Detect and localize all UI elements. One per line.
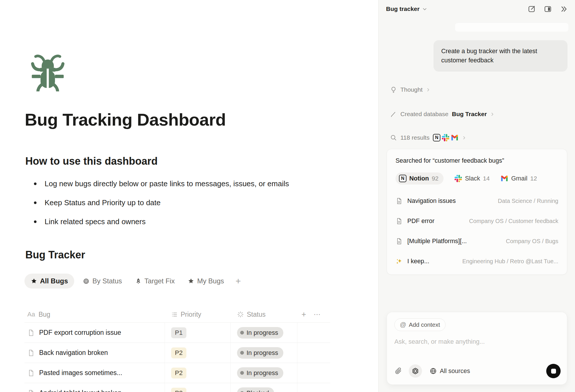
column-header-bug[interactable]: Aa Bug [24,311,165,318]
howto-bullets: Log new bugs directly below or paste lin… [25,174,365,231]
table-header-actions: + ⋯ [297,310,330,319]
table-row-clipped[interactable]: Android tablet layout broken P2 Blocked [24,383,330,392]
star-icon [31,278,37,284]
source-logos: N [433,134,459,142]
bullet-item: Log new bugs directly below or paste lin… [25,174,365,193]
status-tag[interactable]: In progress [237,347,283,359]
notion-logo-icon: N [399,175,406,182]
bug-title[interactable]: Android tablet layout broken [39,389,121,392]
loading-skeleton [455,23,568,32]
search-results-card: Searched for “customer feedback bugs” N … [387,149,567,275]
search-result-row[interactable]: Navigation issues Data Science / Running [396,191,558,211]
user-message-bubble: Create a bug tracker with the latest cus… [433,40,568,72]
view-tabs: All Bugs By Status Target Fix My Bugs + [24,274,244,289]
new-chat-icon[interactable] [527,5,536,13]
add-context-button[interactable]: @ Add context [394,318,446,331]
chip-notion[interactable]: N Notion 92 [396,172,444,185]
search-result-row[interactable]: I keep... Engineering Hub / Retro @Last … [396,251,558,271]
chat-input[interactable]: Ask, search, or make anything... [394,338,559,345]
priority-tag[interactable]: P1 [171,327,186,338]
priority-tag[interactable]: P2 [171,388,186,392]
collapse-panel-icon[interactable] [559,5,568,13]
lightbulb-icon [390,86,397,93]
table-row[interactable]: Pasted images sometimes... P2 In progres… [24,363,330,383]
table-more-button[interactable]: ⋯ [314,310,321,318]
stop-icon [551,369,556,374]
gmail-logo-icon [451,134,459,142]
tab-all-bugs[interactable]: All Bugs [24,274,74,289]
status-tag[interactable]: In progress [237,367,283,379]
at-icon: @ [400,321,406,328]
chevron-right-icon [462,136,466,140]
target-icon [83,278,89,285]
status-dot [240,351,244,355]
toggle-sidebar-icon[interactable] [543,5,552,13]
text-property-icon: Aa [27,311,35,318]
source-filter-chips: N Notion 92 Slack 14 Gmail 12 [396,172,558,185]
tab-by-status[interactable]: By Status [78,274,127,289]
chat-composer[interactable]: @ Add context Ask, search, or make anyth… [387,312,567,385]
bug-title[interactable]: Back navigation broken [39,349,108,357]
all-sources-button[interactable]: All sources [429,367,470,375]
priority-tag[interactable]: P2 [171,368,186,378]
status-dot [240,371,244,375]
document-icon [396,197,403,205]
page-icon [27,349,35,357]
search-results-step[interactable]: 118 results N [390,132,466,143]
ai-assistant-panel: Bug tracker Create a bug tracker with th… [378,0,575,392]
status-tag[interactable]: In progress [237,327,283,339]
priority-tag[interactable]: P2 [171,347,186,358]
openai-logo-icon [412,367,419,375]
tab-target-fix[interactable]: Target Fix [131,274,179,289]
chevron-right-icon [490,112,494,116]
created-database-step[interactable]: Created database Bug Tracker [390,108,494,120]
paperclip-icon [394,367,402,375]
chevron-down-icon[interactable] [422,7,427,11]
select-list-icon [171,311,178,318]
thought-step[interactable]: Thought [390,84,430,95]
bullet-dot [34,182,37,185]
rocket-icon [135,278,142,285]
page-icon [27,369,35,377]
status-burst-icon [237,311,244,318]
chip-slack[interactable]: Slack 14 [454,175,490,182]
gmail-logo-icon [501,175,508,182]
table-row[interactable]: PDF export corruption issue P1 In progre… [24,322,330,343]
pencil-icon [390,111,397,118]
tab-my-bugs[interactable]: My Bugs [183,274,228,289]
table-row[interactable]: Back navigation broken P2 In progress [24,343,330,363]
add-view-button[interactable]: + [233,274,244,289]
model-selector-button[interactable] [409,364,422,378]
page-title: Bug Tracking Dashboard [25,110,226,130]
attachment-button[interactable] [394,367,402,375]
add-column-button[interactable]: + [301,310,306,319]
notion-logo-icon: N [433,134,440,141]
panel-header: Bug tracker [379,0,575,18]
created-database-name: Bug Tracker [452,111,487,118]
bug-table: Aa Bug Priority Status + ⋯ PDF export co… [24,306,330,392]
bullet-item: Link related specs and owners [25,212,365,231]
page-icon [27,389,35,392]
bullet-dot [34,220,37,223]
search-card-title: Searched for “customer feedback bugs” [396,157,558,164]
tracker-heading: Bug Tracker [25,249,85,261]
stop-generating-button[interactable] [546,364,561,378]
chip-gmail[interactable]: Gmail 12 [501,175,537,182]
status-tag[interactable]: Blocked [237,387,274,392]
slack-logo-icon [442,134,449,141]
star-icon [188,278,194,284]
status-dot [240,331,244,335]
bug-title[interactable]: PDF export corruption issue [39,329,121,337]
thread-title[interactable]: Bug tracker [386,5,420,12]
bug-dashboard-page: Bug Tracking Dashboard How to use this d… [0,0,378,392]
column-header-priority[interactable]: Priority [165,311,231,318]
table-header: Aa Bug Priority Status + ⋯ [24,306,330,322]
search-result-list: Navigation issues Data Science / Running… [396,191,558,271]
bug-title[interactable]: Pasted images sometimes... [39,369,122,377]
search-result-row[interactable]: PDF error Company OS / Customer feedback [396,211,558,231]
search-icon [390,134,397,141]
search-result-row[interactable]: [Multiple Platforms][... Company OS / Bu… [396,231,558,251]
bullet-dot [34,201,37,204]
document-icon [396,218,403,225]
column-header-status[interactable]: Status [231,311,297,318]
